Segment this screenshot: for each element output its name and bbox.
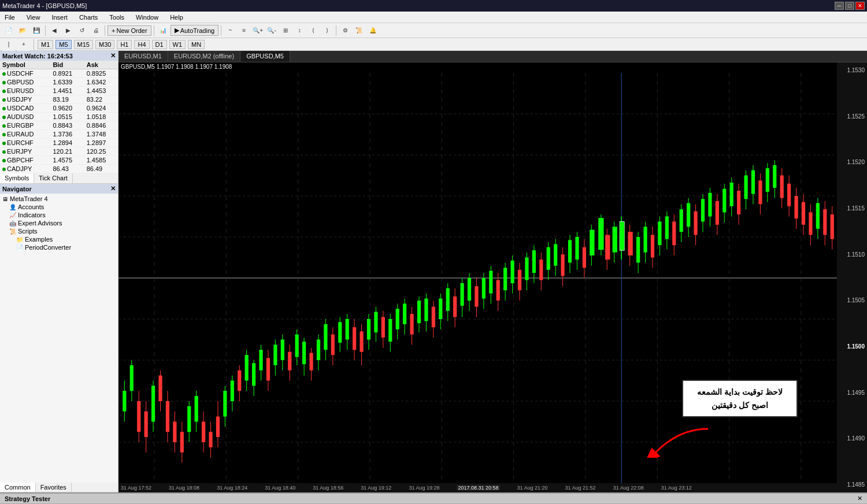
zoom-out-btn[interactable]: 🔍-	[265, 24, 278, 37]
alert-btn[interactable]: 🔔	[366, 24, 379, 37]
tf-h4[interactable]: H4	[134, 40, 149, 49]
tf-w1[interactable]: W1	[169, 40, 186, 49]
grid-btn[interactable]: ⊞	[279, 24, 292, 37]
svg-rect-51	[231, 381, 234, 402]
mw-bid: 83.19	[50, 95, 84, 104]
market-watch-row[interactable]: EURCHF 1.2894 1.2897	[0, 139, 118, 147]
refresh-btn[interactable]: ↺	[76, 24, 88, 37]
svg-rect-59	[259, 350, 262, 370]
chart-style-btn[interactable]: 📊	[157, 24, 169, 37]
menu-tools[interactable]: Tools	[107, 13, 127, 22]
chart-area: EURUSD,M1 EURUSD,M2 (offline) GBPUSD,M5 …	[118, 51, 867, 492]
menu-window[interactable]: Window	[134, 13, 161, 22]
navigator-close[interactable]: ✕	[110, 185, 116, 192]
nav-tab-favorites[interactable]: Favorites	[36, 483, 72, 492]
nav-item-scripts[interactable]: 📜Scripts	[0, 227, 118, 235]
mw-bid: 120.21	[50, 147, 84, 156]
market-watch-row[interactable]: EURJPY 120.21 120.25	[0, 147, 118, 156]
indicators-btn[interactable]: ~	[224, 24, 236, 37]
nav-tab-common[interactable]: Common	[0, 483, 36, 492]
time-10: 31 Aug 21:52	[565, 485, 596, 491]
tf-line-btn[interactable]: |	[2, 38, 15, 51]
mw-bid: 86.43	[50, 165, 84, 173]
tf-d1[interactable]: D1	[152, 40, 167, 49]
market-watch-row[interactable]: USDCAD 0.9620 0.9624	[0, 104, 118, 113]
zoom-in-btn[interactable]: 🔍+	[251, 24, 264, 37]
menu-help[interactable]: Help	[168, 13, 186, 22]
periods-btn[interactable]: ≡	[238, 24, 250, 37]
market-watch-row[interactable]: USDCHF 0.8921 0.8925	[0, 69, 118, 78]
menu-charts[interactable]: Charts	[77, 13, 100, 22]
maximize-btn[interactable]: □	[845, 2, 854, 10]
nav-label: MetaTrader 4	[10, 195, 48, 202]
chart-tab-eurusd-m2[interactable]: EURUSD,M2 (offline)	[168, 51, 240, 62]
svg-rect-65	[281, 340, 284, 361]
forward-btn[interactable]: ▶	[62, 24, 75, 37]
market-watch-row[interactable]: EURUSD 1.4451 1.4453	[0, 87, 118, 95]
market-watch-row[interactable]: USDJPY 83.19 83.22	[0, 95, 118, 104]
separator-2	[105, 25, 105, 36]
back-btn[interactable]: ◀	[48, 24, 61, 37]
status-dot	[2, 133, 6, 136]
market-watch-row[interactable]: EURAUD 1.3736 1.3748	[0, 130, 118, 139]
nav-item-examples[interactable]: 📁Examples	[0, 235, 118, 243]
status-dot	[2, 124, 6, 128]
market-watch-row[interactable]: AUDUSD 1.0515 1.0518	[0, 113, 118, 121]
market-watch-row[interactable]: CADJPY 86.43 86.49	[0, 165, 118, 173]
svg-rect-173	[672, 221, 676, 245]
script-btn[interactable]: 📜	[353, 24, 365, 37]
market-watch-row[interactable]: GBPCHF 1.4575 1.4585	[0, 156, 118, 165]
menu-view[interactable]: View	[24, 13, 43, 22]
tf-m15[interactable]: M15	[74, 40, 93, 49]
tf-m5[interactable]: M5	[55, 40, 71, 49]
toolbar: 📄 📂 💾 ◀ ▶ ↺ 🖨 + New Order 📊 ▶ AutoTradin…	[0, 23, 867, 38]
expert-btn[interactable]: ⚙	[339, 24, 351, 37]
autotrading-btn[interactable]: ▶ AutoTrading	[171, 25, 219, 36]
menu-insert[interactable]: Insert	[49, 13, 70, 22]
svg-rect-81	[338, 322, 342, 343]
mw-ask: 0.8925	[84, 69, 118, 78]
close-btn[interactable]: ✕	[855, 2, 865, 10]
menu-file[interactable]: File	[2, 13, 17, 22]
nav-item-expert-advisors[interactable]: 🤖Expert Advisors	[0, 219, 118, 227]
market-watch-row[interactable]: GBPUSD 1.6339 1.6342	[0, 78, 118, 87]
nav-item-indicators[interactable]: 📈Indicators	[0, 211, 118, 219]
tab-tick-chart[interactable]: Tick Chart	[34, 173, 73, 183]
minimize-btn[interactable]: ─	[835, 2, 844, 10]
open-btn[interactable]: 📂	[16, 24, 29, 37]
svg-rect-175	[680, 209, 683, 232]
nav-label: Indicators	[18, 212, 46, 218]
scroll-btn[interactable]: ↕	[293, 24, 306, 37]
svg-rect-71	[302, 342, 306, 364]
svg-rect-33	[166, 401, 169, 432]
nav-item-metatrader-4[interactable]: 🖥MetaTrader 4	[0, 195, 118, 203]
back2-btn[interactable]: ⟨	[307, 24, 320, 37]
tester-minimize[interactable]: ✕	[857, 495, 862, 502]
svg-rect-55	[245, 355, 249, 380]
tf-mn[interactable]: MN	[188, 40, 205, 49]
svg-rect-77	[324, 324, 327, 350]
tf-h1[interactable]: H1	[117, 40, 132, 49]
new-order-btn[interactable]: + New Order	[108, 25, 151, 36]
tf-m30[interactable]: M30	[95, 40, 114, 49]
tf-m1[interactable]: M1	[38, 40, 53, 49]
tab-symbols[interactable]: Symbols	[0, 173, 34, 183]
chart-tab-eurusd-m1[interactable]: EURUSD,M1	[118, 51, 168, 62]
svg-rect-121	[482, 278, 486, 299]
market-watch-row[interactable]: EURGBP 0.8843 0.8846	[0, 121, 118, 130]
chart-tab-gbpusd-m5[interactable]: GBPUSD,M5	[240, 51, 290, 62]
svg-rect-135	[532, 250, 536, 273]
tf-crosshair-btn[interactable]: +	[17, 38, 30, 51]
price-2: 1.1525	[838, 113, 866, 120]
nav-item-periodconverter[interactable]: 📄PeriodConverter	[0, 243, 118, 251]
svg-rect-205	[787, 184, 791, 206]
price-1: 1.1530	[838, 67, 866, 73]
market-watch-close[interactable]: ✕	[110, 52, 116, 60]
svg-rect-141	[554, 244, 557, 265]
nav-item-accounts[interactable]: 👤Accounts	[0, 203, 118, 211]
col-bid: Bid	[50, 61, 84, 69]
forward2-btn[interactable]: ⟩	[321, 24, 334, 37]
save-btn[interactable]: 💾	[30, 24, 43, 37]
new-chart-btn[interactable]: 📄	[2, 24, 15, 37]
print-btn[interactable]: 🖨	[90, 24, 102, 37]
